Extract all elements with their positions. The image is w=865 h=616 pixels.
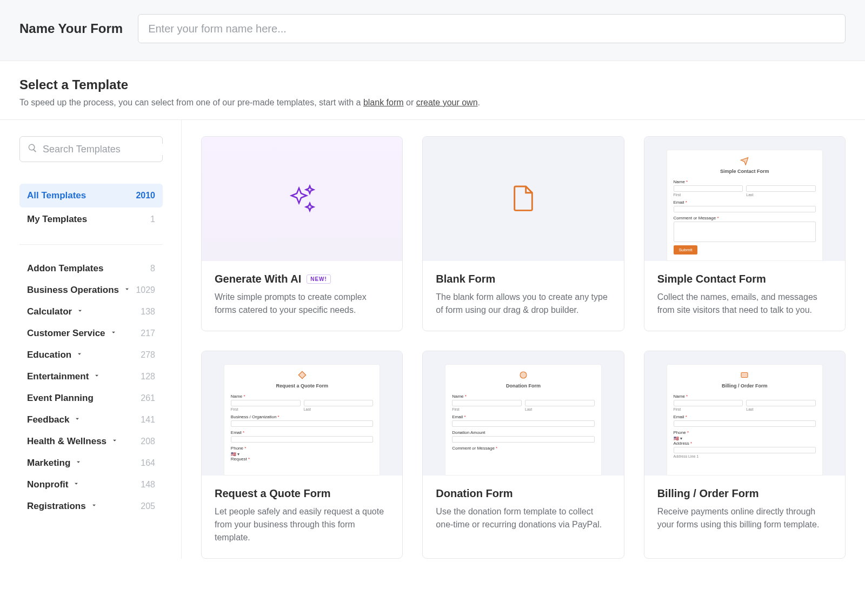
category-label: Nonprofit [27,479,80,490]
category-label: Registrations [27,501,98,512]
template-card-donation[interactable]: Donation Form Name * FirstLast Email * D… [422,351,624,559]
form-preview: Donation Form Name * FirstLast Email * D… [445,364,602,476]
chevron-down-icon [72,479,80,490]
card-title: Request a Quote Form [215,487,389,500]
card-description: Use the donation form template to collec… [436,505,610,531]
chevron-down-icon [110,328,117,339]
category-count: 128 [141,372,155,381]
card-title: Simple Contact Form [657,273,832,285]
search-templates[interactable] [19,136,163,162]
card-title: Billing / Order Form [657,487,832,500]
category-count: 164 [141,458,155,468]
chevron-down-icon [75,458,82,468]
category-count: 205 [141,501,155,511]
create-your-own-link[interactable]: create your own [416,98,478,107]
chevron-down-icon [76,306,84,317]
category-label: Calculator [27,306,84,317]
svg-rect-1 [741,373,748,378]
category-item[interactable]: Calculator138 [19,301,163,323]
card-preview [423,137,623,261]
category-count: 8 [150,264,155,273]
template-grid: Generate With AI NEW! Write simple promp… [182,120,846,559]
sparkle-icon [285,180,320,217]
category-count: 141 [141,415,155,425]
category-item[interactable]: Nonprofit148 [19,474,163,496]
category-label: Health & Wellness [27,436,118,447]
card-description: Write simple prompts to create complex f… [215,291,389,317]
form-preview: Billing / Order Form Name * FirstLast Em… [667,364,823,476]
category-item[interactable]: Event Planning261 [19,387,163,409]
template-card-request-quote[interactable]: Request a Quote Form Name * FirstLast Bu… [201,351,403,559]
document-icon [508,183,538,215]
category-item[interactable]: Marketing164 [19,452,163,474]
sidebar-all-templates[interactable]: All Templates 2010 [19,184,163,207]
section-title: Select a Template [19,77,846,92]
category-count: 261 [141,393,155,403]
chevron-down-icon [90,501,98,512]
template-sidebar: All Templates 2010 My Templates 1 Addon … [19,120,182,559]
card-title: Generate With AI NEW! [215,273,389,285]
chevron-down-icon [76,350,83,360]
form-preview: Request a Quote Form Name * FirstLast Bu… [224,364,381,476]
card-description: Let people safely and easily request a q… [215,505,389,544]
category-item[interactable]: Registrations205 [19,496,163,517]
category-label: Education [27,350,83,360]
category-count: 208 [141,437,155,446]
card-preview: Donation Form Name * FirstLast Email * D… [423,351,623,476]
category-count: 217 [141,329,155,338]
category-label: Event Planning [27,393,94,404]
card-description: The blank form allows you to create any … [436,291,610,317]
template-card-simple-contact[interactable]: Simple Contact Form Name * FirstLast Ema… [644,136,846,331]
category-label: Business Operations [27,285,131,296]
category-count: 148 [141,480,155,490]
template-card-billing-order[interactable]: Billing / Order Form Name * FirstLast Em… [644,351,846,559]
card-preview: Simple Contact Form Name * FirstLast Ema… [644,137,845,261]
blank-form-link[interactable]: blank form [363,98,404,107]
category-label: Marketing [27,458,82,468]
category-item[interactable]: Entertainment128 [19,366,163,387]
card-title: Donation Form [436,487,610,500]
category-item[interactable]: Education278 [19,344,163,366]
template-card-blank-form[interactable]: Blank Form The blank form allows you to … [422,136,624,331]
section-subtitle: To speed up the process, you can select … [19,98,846,108]
category-count: 278 [141,350,155,360]
template-header: Select a Template To speed up the proces… [0,61,865,120]
category-item[interactable]: Addon Templates8 [19,258,163,279]
chevron-down-icon [123,285,131,296]
card-description: Receive payments online directly through… [657,505,832,531]
card-preview [202,137,402,261]
category-item[interactable]: Feedback141 [19,409,163,431]
category-count: 138 [141,307,155,317]
category-item[interactable]: Health & Wellness208 [19,431,163,452]
card-preview: Request a Quote Form Name * FirstLast Bu… [202,351,402,476]
chevron-down-icon [111,436,118,447]
card-title: Blank Form [436,273,610,285]
sidebar-divider [19,244,163,245]
name-form-bar: Name Your Form [0,0,865,61]
form-name-input[interactable] [138,14,846,43]
category-label: Addon Templates [27,263,103,274]
new-badge: NEW! [307,274,331,284]
sidebar-my-templates[interactable]: My Templates 1 [19,207,163,231]
category-item[interactable]: Business Operations1029 [19,279,163,301]
chevron-down-icon [74,414,81,425]
category-label: Entertainment [27,371,101,382]
category-count: 1029 [136,285,155,295]
category-label: Customer Service [27,328,117,339]
search-input[interactable] [43,144,168,155]
template-card-generate-ai[interactable]: Generate With AI NEW! Write simple promp… [201,136,403,331]
card-preview: Billing / Order Form Name * FirstLast Em… [644,351,845,476]
name-form-label: Name Your Form [19,21,123,36]
search-icon [28,143,37,155]
card-description: Collect the names, emails, and messages … [657,291,832,317]
svg-point-0 [520,372,527,378]
form-preview: Simple Contact Form Name * FirstLast Ema… [667,150,823,261]
chevron-down-icon [93,371,101,382]
category-item[interactable]: Customer Service217 [19,323,163,344]
category-label: Feedback [27,414,81,425]
